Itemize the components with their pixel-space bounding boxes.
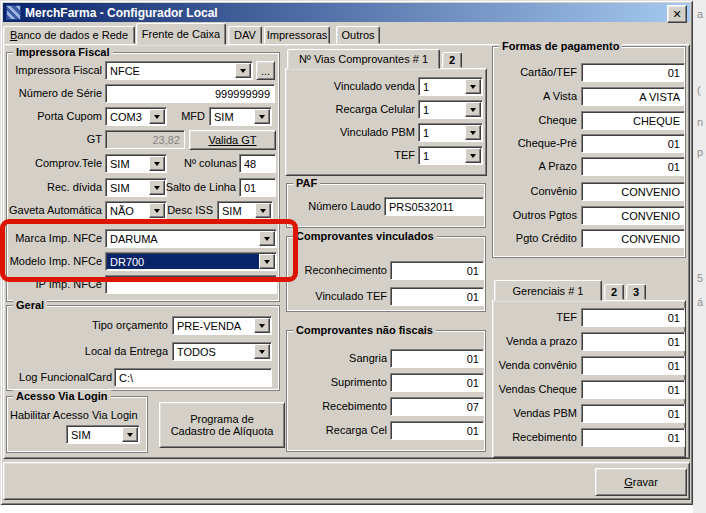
chevron-down-icon[interactable] [235, 63, 251, 78]
tef-vias-combobox[interactable]: 1 [418, 146, 483, 165]
vinculado-tef-field[interactable]: 01 [390, 287, 484, 306]
chevron-down-icon[interactable] [465, 79, 481, 94]
recebimento-nf-field[interactable]: 07 [390, 397, 484, 416]
marca-nfce-label: Marca Imp. NFCe [4, 229, 102, 248]
comprov-tele-label: Comprov.Tele [4, 154, 102, 173]
group-title: Acesso Via Login [13, 390, 111, 402]
numero-laudo-field[interactable]: PRS0532011 [384, 197, 484, 216]
cartao-tef-field[interactable]: 01 [581, 63, 685, 82]
vinculado-venda-label: Vinculado venda [286, 77, 415, 96]
tab-vias-comprovantes-1[interactable]: Nº Vias Comprovantes # 1 [287, 49, 440, 69]
tab-outros[interactable]: Outros [336, 26, 380, 44]
vendas-cheque-label: Vendas Cheque [492, 380, 577, 399]
salto-linha-field[interactable]: 01 [239, 178, 276, 197]
tef-vias-label: TEF [286, 146, 415, 165]
rec-divida-combobox[interactable]: SIM [105, 178, 167, 197]
tef-gerencial-field[interactable]: 01 [581, 308, 685, 327]
background-text-fragment: n [697, 116, 703, 128]
gt-label: GT [4, 130, 102, 149]
chevron-down-icon[interactable] [255, 203, 271, 218]
reconhecimento-field[interactable]: 01 [390, 261, 484, 280]
chevron-down-icon[interactable] [254, 344, 270, 359]
cheque-label: Cheque [492, 111, 577, 130]
tab-gerenciais-3[interactable]: 3 [626, 284, 646, 300]
close-icon[interactable]: ✕ [667, 5, 687, 23]
vinculado-venda-combobox[interactable]: 1 [418, 77, 483, 96]
chevron-down-icon[interactable] [259, 231, 275, 246]
local-entrega-combobox[interactable]: TODOS [172, 342, 272, 361]
recarga-cel-field[interactable]: 01 [390, 421, 484, 440]
impressora-fiscal-combobox[interactable]: NFCE [105, 61, 253, 80]
tab-vias-comprovantes-2[interactable]: 2 [442, 52, 462, 68]
porta-cupom-combobox[interactable]: COM3 [105, 107, 167, 126]
marca-nfce-combobox[interactable]: DARUMA [105, 229, 277, 248]
sangria-field[interactable]: 01 [390, 349, 484, 368]
tab-label: DAV [234, 29, 256, 41]
numero-serie-field[interactable]: 999999999 [105, 84, 275, 103]
cheque-field[interactable]: CHEQUE [581, 111, 685, 130]
desc-iss-combobox[interactable]: SIM [217, 201, 273, 220]
recarga-celular-label: Recarga Celular [286, 100, 415, 119]
convenio-label: Convênio [492, 182, 577, 201]
vendas-pbm-field[interactable]: 01 [581, 404, 685, 423]
cartao-tef-label: Cartão/TEF [492, 63, 577, 82]
vendas-pbm-label: Vendas PBM [492, 404, 577, 423]
bottom-bar [3, 462, 690, 500]
suprimento-field[interactable]: 01 [390, 373, 484, 392]
browse-button[interactable]: ... [256, 61, 275, 80]
chevron-down-icon[interactable] [465, 102, 481, 117]
gaveta-automatica-combobox[interactable]: NÃO [105, 201, 167, 220]
tab-banco-de-dados-e-rede[interactable]: Banco de dados e Rede [3, 26, 135, 44]
sangria-label: Sangria [288, 349, 387, 368]
background-text-fragment: á [697, 296, 703, 308]
recebimento-gerencial-field[interactable]: 01 [581, 428, 685, 447]
recarga-cel-label: Recarga Cel [288, 421, 387, 440]
suprimento-label: Suprimento [288, 373, 387, 392]
gaveta-automatica-label: Gaveta Automática [4, 201, 102, 220]
convenio-field[interactable]: CONVENIO [581, 182, 685, 201]
vendas-cheque-field[interactable]: 01 [581, 380, 685, 399]
chevron-down-icon[interactable] [254, 109, 270, 124]
pgto-credito-field[interactable]: CONVENIO [581, 229, 685, 248]
comprov-tele-combobox[interactable]: SIM [105, 154, 167, 173]
vinculado-tef-label: Vinculado TEF [288, 287, 387, 306]
venda-convenio-field[interactable]: 01 [581, 356, 685, 375]
recarga-celular-combobox[interactable]: 1 [418, 100, 483, 119]
vinculado-pbm-combobox[interactable]: 1 [418, 123, 483, 142]
chevron-down-icon[interactable] [465, 148, 481, 163]
window-title: MerchFarma - Configurador Local [25, 6, 218, 20]
venda-a-prazo-label: Venda a prazo [492, 332, 577, 351]
chevron-down-icon[interactable] [465, 125, 481, 140]
group-title: Impressora Fiscal [13, 46, 113, 58]
group-title: Geral [13, 299, 47, 311]
programa-cadastro-aliquota-button[interactable]: Programa de Cadastro de Alíquota [159, 402, 285, 448]
recebimento-nf-label: Recebimento [288, 397, 387, 416]
tab-dav[interactable]: DAV [228, 26, 262, 44]
title-bar[interactable]: MerchFarma - Configurador Local ✕ [3, 3, 690, 22]
mfd-combobox[interactable]: SIM [209, 107, 272, 126]
cheque-pre-field[interactable]: 01 [581, 134, 685, 153]
tipo-orcamento-combobox[interactable]: PRE-VENDA [172, 316, 272, 335]
tab-gerenciais-1[interactable]: Gerenciais # 1 [494, 280, 602, 301]
tab-impressoras[interactable]: Impressoras [264, 26, 330, 44]
chevron-down-icon[interactable] [254, 318, 270, 333]
a-vista-field[interactable]: A VISTA [581, 87, 685, 106]
valida-gt-button[interactable]: Valida GT [189, 130, 276, 150]
chevron-down-icon[interactable] [149, 109, 165, 124]
background-text-fragment: ( [697, 84, 701, 96]
tab-label: Nº Vias Comprovantes # 1 [299, 53, 428, 65]
log-funcionalcard-field[interactable]: C:\ [114, 368, 272, 387]
n-colunas-field[interactable]: 48 [239, 154, 276, 173]
chevron-down-icon[interactable] [122, 427, 138, 442]
habilitar-acesso-combobox[interactable]: SIM [66, 425, 140, 444]
venda-a-prazo-field[interactable]: 01 [581, 332, 685, 351]
tab-gerenciais-2[interactable]: 2 [604, 284, 624, 300]
chevron-down-icon[interactable] [259, 254, 275, 269]
chevron-down-icon[interactable] [149, 156, 165, 171]
modelo-nfce-combobox[interactable]: DR700 [105, 252, 277, 271]
tab-frente-de-caixa[interactable]: Frente de Caixa [136, 23, 226, 45]
gravar-button[interactable]: Gravar [595, 468, 687, 496]
ip-nfce-field[interactable] [105, 275, 277, 294]
outros-pgtos-field[interactable]: CONVENIO [581, 206, 685, 225]
a-prazo-field[interactable]: 01 [581, 157, 685, 176]
